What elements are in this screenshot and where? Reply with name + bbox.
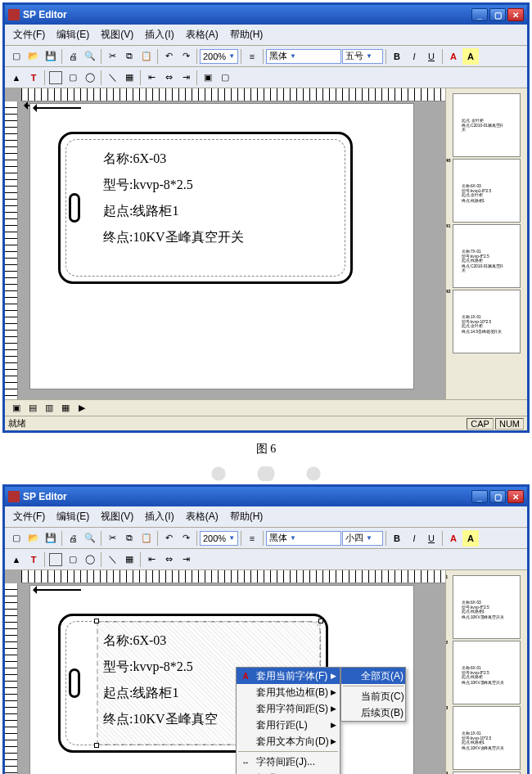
- sub-current-page[interactable]: 当前页(C): [341, 688, 405, 704]
- ctx-linespace[interactable]: ↕行距(R)...: [237, 770, 340, 774]
- ellipse-tool-icon[interactable]: ◯: [82, 70, 98, 86]
- align-left-icon[interactable]: ⇤: [143, 551, 160, 568]
- italic-button[interactable]: I: [406, 48, 422, 65]
- menu-edit[interactable]: 编辑(E): [52, 508, 94, 525]
- sub-following-pages[interactable]: 后续页(B): [341, 704, 405, 721]
- ctx-apply-linespace[interactable]: 套用行距(L)▶: [237, 717, 340, 733]
- text-tool-icon[interactable]: T: [25, 70, 42, 86]
- zoom-combo[interactable]: 200%▼: [200, 531, 238, 546]
- thumbnail[interactable]: 3名称:1X-01型号:kvvp-10*2.5起点:线路柜1终点:10KV金峰真…: [453, 706, 521, 770]
- fontcolor-button[interactable]: A: [445, 530, 462, 547]
- preview-icon[interactable]: 🔍: [82, 48, 98, 65]
- align-right-icon[interactable]: ⇥: [178, 551, 194, 568]
- pointer-icon[interactable]: ▲: [8, 551, 25, 568]
- menu-view[interactable]: 视图(V): [96, 26, 138, 43]
- normal-view-icon[interactable]: ▣: [8, 400, 25, 416]
- menu-file[interactable]: 文件(F): [8, 26, 50, 43]
- rect-tool-icon[interactable]: [47, 70, 64, 86]
- ctx-apply-textdir[interactable]: 套用文本方向(D)▶: [237, 733, 340, 749]
- undo-icon[interactable]: ↶: [160, 48, 177, 65]
- context-submenu[interactable]: 全部页(A) 当前页(C) 后续页(B): [340, 667, 406, 722]
- ellipse-tool-icon[interactable]: ◯: [82, 551, 98, 568]
- pointer-icon[interactable]: ▲: [8, 70, 25, 86]
- menu-edit[interactable]: 编辑(E): [52, 26, 94, 43]
- print-icon[interactable]: 🖨: [65, 530, 81, 547]
- open-icon[interactable]: 📂: [25, 530, 42, 547]
- menu-help[interactable]: 帮助(H): [225, 508, 268, 525]
- menu-view[interactable]: 视图(V): [96, 508, 138, 525]
- canvas-area[interactable]: 名称:6X-03 型号:kvvp-8*2.5 起点:线路柜1 终点:10KV圣峰…: [5, 88, 445, 399]
- open-icon[interactable]: 📂: [25, 48, 42, 65]
- menu-table[interactable]: 表格(A): [181, 508, 223, 525]
- close-button[interactable]: ✕: [507, 490, 524, 503]
- ctx-apply-charspace[interactable]: 套用字符间距(S)▶: [237, 700, 340, 717]
- zoom-combo[interactable]: 200%▼: [200, 49, 238, 64]
- sorter-view-icon[interactable]: ▦: [57, 400, 74, 416]
- minimize-button[interactable]: _: [471, 8, 488, 21]
- text-tool-icon[interactable]: T: [25, 551, 42, 568]
- menu-table[interactable]: 表格(A): [181, 26, 223, 43]
- thumbnail[interactable]: 2名称:6X-01型号:kvvp-8*2.5起点:线路柜终点:10KV圣峰真空开…: [453, 641, 521, 704]
- fontsize-combo[interactable]: 小四▼: [342, 531, 383, 546]
- highlight-button[interactable]: A: [462, 48, 479, 65]
- thumbnail[interactable]: 1名称:6X-03型号:kvvp-8*2.5起点:线路柜1终点:10KV圣峰真空…: [453, 575, 521, 639]
- align-left-icon[interactable]: ⇤: [143, 70, 160, 86]
- show-view-icon[interactable]: ▶: [74, 400, 90, 416]
- align-center-icon[interactable]: ⇔: [160, 70, 177, 86]
- roundrect-tool-icon[interactable]: ▢: [65, 551, 81, 568]
- table-tool-icon[interactable]: ▦: [121, 551, 138, 568]
- menu-insert[interactable]: 插入(I): [140, 26, 178, 43]
- italic-button[interactable]: I: [406, 530, 422, 547]
- line-tool-icon[interactable]: ＼: [104, 551, 120, 568]
- thumbnail[interactable]: 40名称:6X-03型号:kvvp1-8*2.5起点:金叶柜终点:线路柜1: [453, 159, 521, 223]
- menu-help[interactable]: 帮助(H): [225, 26, 268, 43]
- copy-icon[interactable]: ⧉: [121, 48, 138, 65]
- thumbnail-panel[interactable]: 1名称:6X-03型号:kvvp-8*2.5起点:线路柜1终点:10KV圣峰真空…: [445, 570, 527, 774]
- underline-button[interactable]: U: [423, 48, 440, 65]
- save-icon[interactable]: 💾: [43, 48, 59, 65]
- bold-button[interactable]: B: [389, 48, 405, 65]
- thumbnail[interactable]: 41名称:7X-01型号:kvvp-8*2.5起点:线路柜终点:C2010-01…: [453, 224, 521, 288]
- canvas-area[interactable]: 名称:6X-03 型号:kvvp-8*2.5 起点:线路柜1 终点:10KV圣峰…: [5, 570, 445, 774]
- sub-all-pages[interactable]: 全部页(A): [341, 668, 405, 684]
- bring-front-icon[interactable]: ▣: [200, 70, 216, 86]
- paste-icon[interactable]: 📋: [138, 530, 155, 547]
- underline-button[interactable]: U: [423, 530, 440, 547]
- maximize-button[interactable]: ▢: [489, 8, 506, 21]
- list-icon[interactable]: ≡: [244, 530, 260, 547]
- align-center-icon[interactable]: ⇔: [160, 551, 177, 568]
- outline-view-icon[interactable]: ▤: [25, 400, 41, 416]
- send-back-icon[interactable]: ▢: [217, 70, 233, 86]
- cut-icon[interactable]: ✂: [104, 48, 120, 65]
- fontcolor-button[interactable]: A: [445, 48, 462, 65]
- thumbnail-panel[interactable]: 起点: 金叶柜终点:C2010-01辆真空开关40名称:6X-03型号:kvvp…: [445, 88, 527, 399]
- maximize-button[interactable]: ▢: [489, 490, 506, 503]
- preview-icon[interactable]: 🔍: [82, 530, 98, 547]
- thumbnail[interactable]: 42名称:1X-01型号:kvvp-10*2.5起点:金叶柜终点:14.5圣峰箱…: [453, 290, 521, 353]
- bold-button[interactable]: B: [389, 530, 405, 547]
- context-menu[interactable]: A套用当前字体(F)▶ 套用其他边框(B)▶ 套用字符间距(S)▶ 套用行距(L…: [236, 667, 340, 774]
- cut-icon[interactable]: ✂: [104, 530, 120, 547]
- font-combo[interactable]: 黑体▼: [266, 49, 341, 64]
- titlebar[interactable]: SP Editor _ ▢ ✕: [5, 487, 527, 506]
- ctx-apply-font[interactable]: A套用当前字体(F)▶: [237, 668, 340, 684]
- fontsize-combo[interactable]: 五号▼: [342, 49, 383, 64]
- ctx-charspace[interactable]: ↔字符间距(J)...: [237, 754, 340, 770]
- new-icon[interactable]: ▢: [8, 530, 25, 547]
- menu-file[interactable]: 文件(F): [8, 508, 50, 525]
- redo-icon[interactable]: ↷: [178, 530, 194, 547]
- save-icon[interactable]: 💾: [43, 530, 59, 547]
- print-icon[interactable]: 🖨: [65, 48, 81, 65]
- align-right-icon[interactable]: ⇥: [178, 70, 194, 86]
- menu-insert[interactable]: 插入(I): [140, 508, 178, 525]
- rect-tool-icon[interactable]: [47, 551, 64, 568]
- canvas-page[interactable]: 名称:6X-03 型号:kvvp-8*2.5 起点:线路柜1 终点:10KV圣峰…: [29, 103, 414, 389]
- line-tool-icon[interactable]: ＼: [104, 70, 120, 86]
- slide-view-icon[interactable]: ▥: [41, 400, 57, 416]
- copy-icon[interactable]: ⧉: [121, 530, 138, 547]
- titlebar[interactable]: SP Editor _ ▢ ✕: [5, 5, 527, 25]
- label-card[interactable]: 名称:6X-03 型号:kvvp-8*2.5 起点:线路柜1 终点:10KV圣峰…: [58, 132, 353, 284]
- new-icon[interactable]: ▢: [8, 48, 25, 65]
- font-combo[interactable]: 黑体▼: [266, 531, 341, 546]
- redo-icon[interactable]: ↷: [178, 48, 194, 65]
